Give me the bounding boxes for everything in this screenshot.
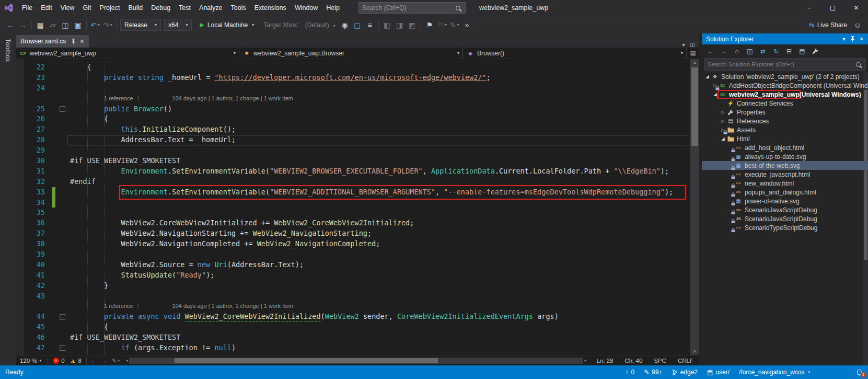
- tree-item-html[interactable]: ◢Html: [702, 134, 868, 143]
- save-all-icon[interactable]: ▣: [72, 19, 84, 31]
- se-properties-icon[interactable]: [809, 46, 821, 56]
- line-number[interactable]: 26: [16, 114, 52, 124]
- breadcrumb-method[interactable]: ◆Browser()▾: [463, 48, 687, 59]
- se-home-icon[interactable]: ⌂: [731, 46, 743, 56]
- se-show-all-files-icon[interactable]: ▤: [796, 46, 808, 56]
- scrollbar-track[interactable]: [129, 358, 583, 364]
- feedback-button[interactable]: ☺: [851, 19, 864, 31]
- scroll-down-icon[interactable]: ▼: [690, 349, 699, 354]
- tree-item-popups-and-dialogs-html[interactable]: <>popups_and_dialogs.html: [702, 188, 868, 197]
- warning-indicator[interactable]: ▲! 8: [67, 358, 84, 364]
- codelens-row[interactable]: 1 reference104 days ago | 1 author, 1 ch…: [16, 94, 690, 104]
- line-number[interactable]: 28: [16, 135, 52, 145]
- code-text[interactable]: [67, 291, 690, 302]
- tree-item-addhostobjectbridgecomponent-universal-windows[interactable]: ▷C#AddHostObjectBridgeComponent (Univers…: [702, 81, 868, 90]
- close-tab-icon[interactable]: ✕: [79, 38, 84, 45]
- codelens-references[interactable]: 1 reference: [104, 95, 139, 101]
- navigate-forward-icon[interactable]: →: [17, 19, 29, 31]
- code-text[interactable]: this.InitializeComponent();: [67, 124, 690, 135]
- line-number[interactable]: 29: [16, 145, 52, 156]
- tree-item-solution-webview2-sample-uwp-2-of-2-projects[interactable]: ◢❖Solution 'webview2_sample_uwp' (2 of 2…: [702, 72, 868, 81]
- se-refresh-icon[interactable]: ↻: [770, 46, 782, 56]
- maximize-button[interactable]: ▢: [821, 0, 844, 16]
- code-line-40[interactable]: 40 WebView2.Source = new Uri(AddressBar.…: [16, 260, 690, 270]
- navigate-backward-icon[interactable]: ←: [4, 19, 17, 31]
- column-indicator[interactable]: Ch: 40: [624, 358, 642, 364]
- tree-item-scenariojavascriptdebug[interactable]: <>ScenarioJavaScriptDebug: [702, 205, 868, 214]
- code-text[interactable]: [67, 83, 690, 94]
- tree-item-best-of-the-web-svg[interactable]: ▦best-of-the-web.svg: [702, 161, 868, 170]
- code-line-34[interactable]: 34: [16, 198, 690, 208]
- tree-item-always-up-to-date-svg[interactable]: ▦always-up-to-date.svg: [702, 152, 868, 161]
- code-text[interactable]: private async void WebView2_CoreWebView2…: [67, 312, 690, 322]
- editor-horizontal-scrollbar[interactable]: ◂ ▸: [125, 358, 587, 364]
- pending-changes-indicator[interactable]: ✎ 99+: [644, 369, 662, 376]
- code-line-46[interactable]: 46#if USE_WEBVIEW2_SMOKETEST: [16, 332, 690, 343]
- line-number[interactable]: 31: [16, 166, 52, 177]
- code-text[interactable]: [67, 208, 690, 218]
- code-text[interactable]: {: [67, 114, 690, 124]
- device-preview-icon[interactable]: ▢: [351, 19, 364, 31]
- tree-item-new-window-html[interactable]: <>new_window.html: [702, 179, 868, 188]
- tree-item-connected-services[interactable]: ⚡Connected Services: [702, 99, 868, 108]
- step-backward-icon[interactable]: ◨: [394, 19, 406, 31]
- tree-item-power-of-native-svg[interactable]: ▦power-of-native.svg: [702, 197, 868, 205]
- open-file-icon[interactable]: ▱: [47, 19, 59, 31]
- code-text[interactable]: WebView2.NavigationStarting += WebView2_…: [67, 228, 690, 239]
- code-line-33[interactable]: 33 Environment.SetEnvironmentVariable("W…: [16, 187, 690, 198]
- new-project-icon[interactable]: ▦: [34, 19, 47, 31]
- se-back-icon[interactable]: ←: [705, 46, 716, 56]
- start-debugging-button[interactable]: ▶ Local Machine ▾: [195, 19, 258, 31]
- close-button[interactable]: ✕: [844, 0, 868, 16]
- step-forward-icon[interactable]: ◩: [406, 19, 419, 31]
- editor-vertical-scrollbar[interactable]: ▲ ▼: [690, 59, 699, 355]
- code-line-26[interactable]: 26 {: [16, 114, 690, 124]
- line-number[interactable]: 45: [16, 322, 52, 332]
- minimize-button[interactable]: –: [797, 0, 821, 16]
- scrollbar-thumb[interactable]: [175, 358, 438, 363]
- code-area[interactable]: 22 {23 private string _homeUrl = "https:…: [16, 59, 690, 355]
- menu-analyze[interactable]: Analyze: [195, 0, 226, 16]
- line-number[interactable]: 34: [16, 198, 52, 208]
- menu-file[interactable]: File: [18, 0, 37, 16]
- line-number[interactable]: 41: [16, 270, 52, 281]
- fold-toggle[interactable]: −: [60, 314, 65, 320]
- code-line-41[interactable]: 41 StatusUpdate("Ready");: [16, 270, 690, 281]
- code-text[interactable]: }: [67, 281, 690, 291]
- line-number[interactable]: 47: [16, 343, 52, 353]
- codelens-row[interactable]: 1 reference104 days ago | 1 author, 1 ch…: [16, 301, 690, 312]
- line-number[interactable]: 22: [16, 62, 52, 73]
- indentation-indicator[interactable]: SPC: [654, 358, 666, 364]
- se-forward-icon[interactable]: →: [718, 46, 730, 56]
- line-number[interactable]: 37: [16, 228, 52, 239]
- tab-browser-xaml-cs[interactable]: Browser.xaml.cs ✕: [16, 35, 89, 48]
- code-text[interactable]: public Browser(): [67, 104, 690, 114]
- notifications-button[interactable]: 1: [856, 369, 863, 376]
- menu-extensions[interactable]: Extensions: [250, 0, 291, 16]
- git-branch-indicator[interactable]: edge2: [672, 369, 698, 376]
- code-cleanup-icon[interactable]: ✎▾: [448, 19, 461, 31]
- code-text[interactable]: #endif: [67, 177, 690, 187]
- expander-icon[interactable]: ▷: [720, 110, 726, 114]
- breadcrumb-project[interactable]: C#webview2_sample_uwp▾: [16, 48, 239, 59]
- fold-toggle[interactable]: −: [60, 345, 65, 351]
- line-number[interactable]: 30: [16, 156, 52, 166]
- undo-icon[interactable]: ↶▾: [89, 19, 101, 31]
- line-number[interactable]: 44: [16, 312, 52, 322]
- line-number[interactable]: 24: [16, 83, 52, 94]
- code-line-37[interactable]: 37 WebView2.NavigationStarting += WebVie…: [16, 228, 690, 239]
- code-text[interactable]: #if USE_WEBVIEW2_SMOKETEST: [67, 332, 690, 343]
- line-number[interactable]: 25: [16, 104, 52, 114]
- code-line-45[interactable]: 45 {: [16, 322, 690, 332]
- code-line-38[interactable]: 38 WebView2.NavigationCompleted += WebVi…: [16, 239, 690, 249]
- code-line-36[interactable]: 36 WebView2.CoreWebView2Initialized += W…: [16, 218, 690, 228]
- pin-icon[interactable]: [71, 39, 76, 44]
- tree-item-assets[interactable]: ▷Assets: [702, 125, 868, 134]
- toolbar-overflow-icon[interactable]: »: [461, 19, 473, 31]
- line-number[interactable]: 33: [16, 187, 52, 198]
- tree-item-execute-javascript-html[interactable]: <>execute_javascript.html: [702, 170, 868, 179]
- line-number[interactable]: 38: [16, 239, 52, 249]
- code-text[interactable]: #if USE_WEBVIEW2_SMOKETEST: [67, 156, 690, 166]
- code-line-42[interactable]: 42 }: [16, 281, 690, 291]
- menu-help[interactable]: Help: [322, 0, 344, 16]
